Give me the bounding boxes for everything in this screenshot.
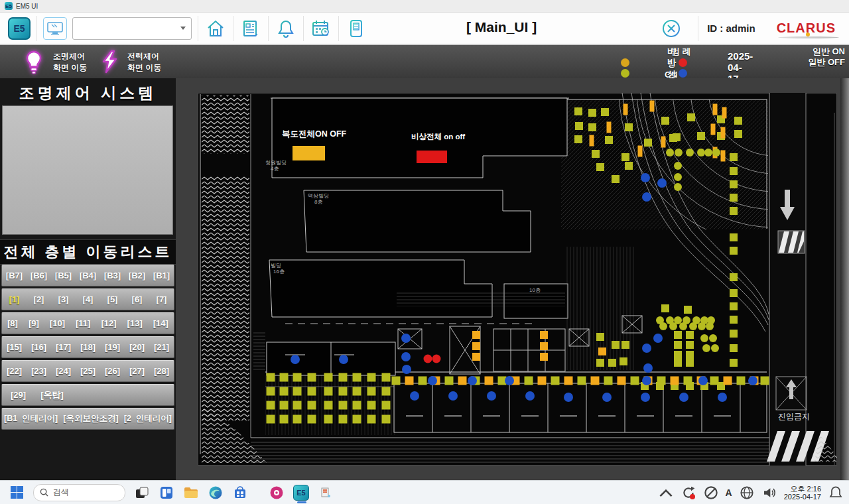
light-dot[interactable] <box>410 391 419 401</box>
light-dot[interactable] <box>679 322 687 330</box>
floor-button[interactable]: [13] <box>127 318 143 328</box>
floor-button[interactable]: [B6] <box>31 271 47 281</box>
tray-expand-icon[interactable] <box>658 485 674 501</box>
light-dot[interactable] <box>432 355 441 363</box>
light-dot[interactable] <box>578 377 586 385</box>
light-dot[interactable] <box>612 341 620 349</box>
floor-button[interactable]: [B7] <box>6 271 23 281</box>
floor-button[interactable]: [B2] <box>129 271 145 281</box>
light-dot[interactable] <box>653 334 663 343</box>
light-dot[interactable] <box>424 355 432 363</box>
floor-button[interactable]: [25] <box>80 366 96 376</box>
light-dot[interactable] <box>730 344 738 352</box>
light-dot[interactable] <box>730 194 738 202</box>
photo-app-button[interactable] <box>269 485 285 501</box>
light-dot[interactable] <box>730 289 738 297</box>
light-dot[interactable] <box>598 347 606 355</box>
light-dot[interactable] <box>267 373 275 382</box>
light-dot[interactable] <box>367 373 376 382</box>
screen-select[interactable] <box>72 17 192 40</box>
light-dot[interactable] <box>324 415 333 424</box>
light-dot[interactable] <box>697 132 705 140</box>
light-dot[interactable] <box>472 342 480 350</box>
light-dot[interactable] <box>448 391 458 401</box>
light-dot[interactable] <box>620 357 627 365</box>
light-dot[interactable] <box>485 377 493 385</box>
light-dot[interactable] <box>666 149 674 157</box>
light-dot[interactable] <box>711 344 719 352</box>
light-dot[interactable] <box>734 117 742 125</box>
em5-app-button[interactable]: E5 <box>293 485 309 501</box>
light-dot[interactable] <box>671 377 679 385</box>
light-dot[interactable] <box>588 109 596 117</box>
floor-button[interactable]: [24] <box>56 366 71 376</box>
light-dot[interactable] <box>339 355 348 364</box>
light-dot[interactable] <box>487 391 496 401</box>
floor-button[interactable]: [B1] <box>153 271 170 281</box>
light-dot[interactable] <box>575 122 583 130</box>
floor-button[interactable]: [7] <box>157 294 167 304</box>
light-dot[interactable] <box>657 178 667 188</box>
light-dot[interactable] <box>419 377 427 385</box>
light-dot[interactable] <box>710 377 719 385</box>
floor-button[interactable]: [21] <box>154 342 169 352</box>
light-dot[interactable] <box>574 135 582 143</box>
corridor-all-button[interactable] <box>293 146 325 160</box>
light-dot[interactable] <box>657 377 666 385</box>
light-dot[interactable] <box>659 322 667 330</box>
light-dot[interactable] <box>353 415 361 424</box>
light-dot[interactable] <box>618 377 626 385</box>
light-dot[interactable] <box>291 355 300 364</box>
light-dot[interactable] <box>730 233 738 241</box>
sync-status-icon[interactable] <box>681 485 696 501</box>
light-dot[interactable] <box>642 376 651 385</box>
start-button[interactable] <box>9 485 25 501</box>
schedule-button[interactable] <box>310 18 332 39</box>
light-dot[interactable] <box>623 104 628 115</box>
light-dot[interactable] <box>661 117 669 125</box>
light-dot[interactable] <box>280 415 289 424</box>
light-dot[interactable] <box>730 302 738 310</box>
floor-button[interactable]: [9] <box>29 318 39 328</box>
light-dot[interactable] <box>551 377 560 385</box>
light-dot[interactable] <box>661 304 669 312</box>
light-dot[interactable] <box>280 387 289 396</box>
monitor-button[interactable] <box>43 17 67 40</box>
floor-button[interactable]: [22] <box>7 366 22 376</box>
light-dot[interactable] <box>382 373 391 382</box>
floor-button[interactable]: [B4] <box>80 271 96 281</box>
light-dot[interactable] <box>730 207 738 215</box>
light-dot[interactable] <box>706 322 714 330</box>
floor-button[interactable]: [B5] <box>55 271 72 281</box>
floor-button[interactable]: [29] <box>11 390 26 400</box>
light-dot[interactable] <box>574 107 582 115</box>
light-dot[interactable] <box>525 391 535 401</box>
light-dot[interactable] <box>730 247 738 255</box>
light-dot[interactable] <box>267 387 275 396</box>
light-dot[interactable] <box>686 351 694 359</box>
light-dot[interactable] <box>308 387 316 396</box>
light-dot[interactable] <box>402 365 411 374</box>
light-dot[interactable] <box>730 153 738 161</box>
light-dot[interactable] <box>353 401 361 410</box>
floor-button[interactable]: [11] <box>76 318 90 328</box>
edge-browser-button[interactable] <box>208 485 224 501</box>
floor-button[interactable]: [6] <box>132 294 143 304</box>
light-dot[interactable] <box>642 192 651 202</box>
file-explorer-button[interactable] <box>183 485 199 501</box>
light-dot[interactable] <box>650 101 655 112</box>
floor-button[interactable]: [12] <box>101 318 116 328</box>
light-dot[interactable] <box>267 415 275 424</box>
light-dot[interactable] <box>631 377 639 385</box>
store-button[interactable] <box>232 485 248 501</box>
light-dot[interactable] <box>308 373 316 382</box>
light-dot[interactable] <box>339 373 348 382</box>
task-view-button[interactable] <box>134 485 150 501</box>
light-dot[interactable] <box>669 322 677 330</box>
light-dot[interactable] <box>592 150 600 158</box>
light-dot[interactable] <box>718 393 727 402</box>
light-dot[interactable] <box>428 376 437 385</box>
light-dot[interactable] <box>382 387 391 396</box>
floor-button[interactable]: [옥외보안조경] <box>63 413 118 424</box>
light-dot[interactable] <box>367 401 376 410</box>
